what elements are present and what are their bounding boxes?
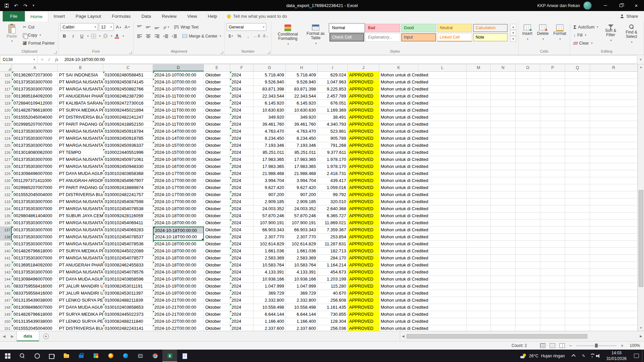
cell-C133[interactable]: 0100102454087598 [103, 198, 153, 205]
cell-Q120[interactable] [565, 107, 590, 114]
format-painter-button[interactable]: Format Painter [21, 39, 56, 47]
column-header-A[interactable]: A [12, 64, 58, 72]
cell-D135[interactable]: 2024-10-18T00:00:00 [153, 213, 204, 220]
cell-Q143[interactable] [565, 269, 590, 276]
cell-G122[interactable]: 39.461.760 [254, 121, 286, 128]
taskbar-mail-icon[interactable] [133, 350, 148, 362]
taskbar-excel-icon[interactable] [162, 350, 177, 362]
cell-M141[interactable] [467, 255, 491, 262]
cell-H148[interactable]: 10.558.498 [286, 304, 318, 311]
cell-M131[interactable] [467, 184, 491, 191]
cell-E138[interactable]: Oktober [204, 234, 230, 241]
cell-C129[interactable]: 0100102403658368 [103, 170, 153, 177]
cell-G124[interactable]: 8.234.450 [254, 135, 286, 142]
cell-B141[interactable]: PT MARGA NUSANTAI [58, 255, 103, 262]
cell-G125[interactable]: 7.193.346 [254, 142, 286, 149]
cell-R147[interactable] [590, 297, 638, 304]
zoom-thumb[interactable] [595, 344, 598, 348]
cell-Q134[interactable] [565, 205, 590, 213]
column-header-C[interactable]: C [103, 64, 153, 72]
cell-M123[interactable] [467, 128, 491, 135]
cell-D131[interactable]: 2024-10-17T00:00:00 [153, 184, 204, 191]
cell-B136[interactable]: PT MARGA NUSANTAI [58, 220, 103, 227]
cell-H116[interactable]: 9.526.940 [286, 79, 318, 86]
cell-E139[interactable]: Oktober [204, 241, 230, 248]
cell-P146[interactable] [540, 290, 565, 297]
row-header-143[interactable]: 143 [0, 269, 12, 276]
cell-H151[interactable]: 2.337.600 [286, 325, 318, 331]
cell-Q136[interactable] [565, 220, 590, 227]
cell-F120[interactable]: 2024 [230, 107, 254, 114]
network-icon[interactable] [589, 350, 594, 362]
clear-button[interactable]: Clear▾ [572, 39, 600, 47]
cell-C140[interactable]: 0100092445022089 [103, 248, 153, 255]
normal-view-button[interactable] [540, 343, 545, 348]
tab-formulas[interactable]: Formulas [106, 11, 136, 21]
cell-A146[interactable]: 0833759558416000 [12, 290, 58, 297]
cell-H123[interactable]: 4.763.470 [286, 128, 318, 135]
taskbar-clock[interactable]: 14:03 31/01/2026 [602, 350, 631, 362]
cell-G133[interactable]: 2.909.185 [254, 198, 286, 205]
cell-M124[interactable] [467, 135, 491, 142]
cell-N121[interactable] [491, 114, 516, 121]
cell-H132[interactable]: 907.200 [286, 191, 318, 198]
cell-G140[interactable]: 1.661.036 [254, 248, 286, 255]
cell-D150[interactable]: 2024-10-22T00:00:00 [153, 318, 204, 325]
cell-A134[interactable]: 0013735303007000 [12, 205, 58, 213]
cell-M121[interactable] [467, 114, 491, 121]
cell-O124[interactable] [516, 135, 540, 142]
cell-K127[interactable]: Mohon untuk di Credited [379, 156, 418, 163]
cell-D116[interactable]: 2024-10-10T00:00:00 [153, 79, 204, 86]
bold-button[interactable]: B [60, 32, 68, 40]
cell-F132[interactable]: 2024 [230, 191, 254, 198]
cell-M127[interactable] [467, 156, 491, 163]
cell-B127[interactable]: PT MARGA NUSANTAI [58, 156, 103, 163]
hidden-icons-chevron[interactable] [570, 350, 578, 362]
cell-P132[interactable] [540, 191, 565, 198]
column-header-H[interactable]: H [286, 64, 318, 72]
cell-Q122[interactable] [565, 121, 590, 128]
cell-M137[interactable] [467, 227, 491, 234]
cell-O138[interactable] [516, 234, 540, 241]
save-button[interactable] [5, 4, 9, 8]
cell-F129[interactable]: 2024 [230, 170, 254, 177]
font-name-select[interactable]: Calibri▾ [60, 23, 98, 31]
cell-A140[interactable]: 0014826796618000 [12, 248, 58, 255]
cell-O147[interactable] [516, 297, 540, 304]
column-header-L[interactable]: L [418, 64, 467, 72]
cell-F116[interactable]: 2024 [230, 79, 254, 86]
cell-Q119[interactable] [565, 100, 590, 107]
cell-I129[interactable]: 2.418.731 [318, 170, 348, 177]
cell-D133[interactable]: 2024-10-17T00:00:00 [153, 198, 204, 205]
find-select-button[interactable]: Find & Select▾ [622, 23, 641, 44]
cell-J137[interactable]: APPROVED [348, 227, 379, 234]
select-all-button[interactable] [0, 64, 12, 72]
row-header-127[interactable]: 127 [0, 156, 12, 163]
cell-Q145[interactable] [565, 283, 590, 290]
taskbar-edge-icon[interactable] [118, 350, 133, 362]
cell-F141[interactable]: 2024 [230, 255, 254, 262]
cell-P136[interactable] [540, 220, 565, 227]
cell-G115[interactable]: 5.718.409 [254, 72, 286, 79]
cell-C115[interactable]: 0100082480588451 [103, 72, 153, 79]
cell-B142[interactable]: PT ANUGERAH PHARM [58, 262, 103, 269]
cell-N120[interactable] [491, 107, 516, 114]
cell-O131[interactable] [516, 184, 540, 191]
column-header-K[interactable]: K [379, 64, 418, 72]
cell-G130[interactable]: 3.994.704 [254, 177, 286, 184]
cell-B116[interactable]: PT MARGA NUSANTAI [58, 79, 103, 86]
cell-C132[interactable]: 0100002482241757 [103, 191, 153, 198]
cell-M144[interactable] [467, 276, 491, 283]
cell-I144[interactable]: 1.203.199 [318, 276, 348, 283]
decrease-indent-button[interactable] [162, 32, 169, 40]
cell-A122[interactable]: 0029985207007000 [12, 121, 58, 128]
cell-M126[interactable] [467, 149, 491, 156]
cell-E149[interactable]: Oktober [204, 311, 230, 318]
cell-A142[interactable]: 0013695184092000 [12, 262, 58, 269]
cell-F133[interactable]: 2024 [230, 198, 254, 205]
scroll-right-icon[interactable]: ▶ [638, 335, 644, 338]
cell-A145[interactable]: 0833759558416000 [12, 283, 58, 290]
increase-font-button[interactable]: A▲ [115, 23, 122, 31]
cell-H115[interactable]: 5.718.409 [286, 72, 318, 79]
cell-G151[interactable]: 2.337.600 [254, 325, 286, 331]
